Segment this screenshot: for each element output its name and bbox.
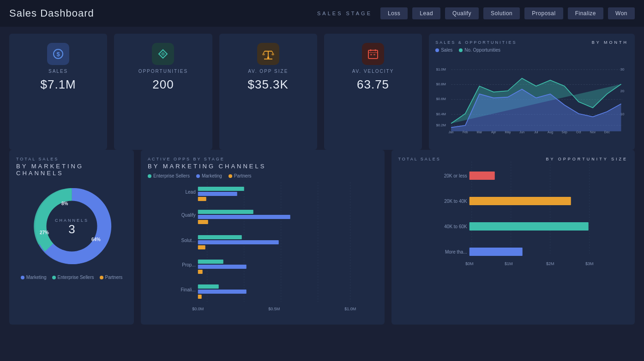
- legend-partners: Partners: [100, 275, 123, 280]
- bottom-row: TOTAL SALES BY MARKETING CHANNELS: [0, 150, 644, 331]
- svg-rect-65: [198, 235, 242, 239]
- kpi-sales: $ SALES $7.1M: [9, 34, 107, 150]
- legend-sales: Sales: [435, 47, 452, 53]
- header: Sales Dashboard SALES STAGE Loss Lead Qu…: [0, 0, 644, 27]
- svg-point-11: [271, 53, 274, 55]
- opp-size-card: TOTAL SALES BY OPPORTUNITY SIZE 20K or l…: [391, 150, 635, 325]
- right-column: TOTAL SALES BY OPPORTUNITY SIZE 20K or l…: [391, 150, 635, 325]
- svg-rect-16: [370, 54, 372, 55]
- active-opps-svg: Lead Qualify Solut... Prop... Finali...: [148, 182, 378, 316]
- kpi-vel-value: 63.75: [357, 77, 389, 92]
- svg-point-10: [262, 53, 265, 55]
- svg-rect-69: [198, 260, 223, 264]
- svg-marker-3: [161, 52, 165, 56]
- svg-text:$0.2M: $0.2M: [436, 123, 446, 127]
- svg-rect-63: [198, 220, 208, 224]
- active-opps-subtitle: ACTIVE OPPS BY STAGE: [148, 157, 378, 161]
- opp-size-title: BY OPPORTUNITY SIZE: [546, 157, 628, 161]
- calendar-icon: [362, 43, 384, 65]
- svg-text:20K to 40K: 20K to 40K: [444, 199, 467, 204]
- donut-title: BY MARKETING CHANNELS: [16, 163, 127, 177]
- donut-card: TOTAL SALES BY MARKETING CHANNELS: [9, 150, 134, 325]
- donut-subtitle: TOTAL SALES: [16, 157, 127, 161]
- active-opps-title: BY MARKETING CHANNELS: [148, 163, 378, 170]
- svg-text:Dec: Dec: [604, 130, 610, 134]
- svg-rect-90: [469, 248, 522, 256]
- svg-text:Lead: Lead: [186, 189, 196, 195]
- kpi-opp-value: 200: [152, 77, 174, 92]
- svg-text:20: 20: [620, 89, 625, 93]
- svg-rect-61: [198, 210, 253, 214]
- svg-rect-86: [469, 197, 571, 205]
- svg-rect-71: [198, 270, 203, 274]
- svg-text:Feb: Feb: [463, 130, 468, 134]
- stage-btn-solution[interactable]: Solution: [483, 7, 520, 19]
- svg-text:$: $: [57, 51, 60, 58]
- svg-rect-74: [198, 290, 247, 294]
- svg-text:Apr: Apr: [491, 130, 496, 134]
- dollar-icon: $: [47, 43, 69, 65]
- stage-btn-loss[interactable]: Loss: [380, 7, 408, 19]
- kpi-opp-size: AV. OPP SIZE $35.3K: [219, 34, 317, 150]
- svg-text:Jul: Jul: [534, 130, 538, 134]
- stage-btn-lead[interactable]: Lead: [412, 7, 440, 19]
- donut-wrapper: 8% 27% 64% CHANNELS 3: [16, 181, 127, 271]
- svg-text:$1.0M: $1.0M: [344, 307, 356, 311]
- stage-btn-finalize[interactable]: Finalize: [568, 7, 603, 19]
- svg-text:Mar: Mar: [477, 130, 482, 134]
- svg-text:$0M: $0M: [465, 261, 473, 266]
- svg-rect-58: [198, 192, 237, 196]
- svg-text:20K or less: 20K or less: [444, 173, 467, 178]
- svg-rect-75: [198, 295, 202, 299]
- kpi-sales-label: SALES: [48, 69, 68, 74]
- kpi-velocity: AV. VELOCITY 63.75: [324, 34, 422, 150]
- svg-rect-67: [198, 245, 205, 249]
- svg-text:Jun: Jun: [519, 130, 524, 134]
- svg-text:Oct: Oct: [576, 130, 581, 134]
- svg-text:$1M: $1M: [504, 261, 512, 266]
- diamond-icon: [152, 43, 174, 65]
- legend-enterprise-sellers: Enterprise Sellers: [148, 173, 190, 178]
- legend-opp: No. Opportunities: [459, 47, 500, 53]
- svg-text:Nov: Nov: [590, 130, 596, 134]
- donut-legend: Marketing Enterprise Sellers Partners: [16, 275, 127, 280]
- svg-text:Jan: Jan: [449, 130, 454, 134]
- svg-text:$3M: $3M: [585, 261, 593, 266]
- kpi-size-value: $35.3K: [248, 77, 289, 92]
- svg-text:$2M: $2M: [546, 261, 554, 266]
- svg-text:Aug: Aug: [548, 130, 553, 134]
- svg-text:40K to 60K: 40K to 60K: [444, 224, 467, 229]
- top-row: $ SALES $7.1M OPPORTUNITIES 200: [0, 27, 644, 150]
- sales-opp-title: BY MONTH: [592, 40, 628, 45]
- sales-stage-section: SALES STAGE Loss Lead Qualify Solution P…: [317, 7, 635, 19]
- opp-size-subtitle: TOTAL SALES: [398, 157, 441, 161]
- stage-btn-won[interactable]: Won: [608, 7, 635, 19]
- svg-rect-66: [198, 240, 279, 244]
- svg-rect-73: [198, 284, 219, 289]
- svg-text:$0.0M: $0.0M: [192, 307, 204, 311]
- svg-text:More tha...: More tha...: [445, 249, 467, 254]
- stage-btn-qualify[interactable]: Qualify: [445, 7, 479, 19]
- opp-size-svg: 20K or less 20K to 40K 40K to 60K More t…: [398, 161, 628, 272]
- kpi-size-label: AV. OPP SIZE: [248, 69, 288, 74]
- svg-rect-12: [368, 50, 378, 59]
- stage-btn-proposal[interactable]: Proposal: [524, 7, 563, 19]
- kpi-vel-label: AV. VELOCITY: [352, 69, 394, 74]
- svg-text:$0.5M: $0.5M: [268, 307, 280, 311]
- svg-rect-84: [469, 172, 494, 180]
- kpi-opportunities: OPPORTUNITIES 200: [114, 34, 212, 150]
- legend-partners-b: Partners: [229, 173, 252, 178]
- legend-enterprise: Enterprise Sellers: [52, 275, 94, 280]
- svg-text:3: 3: [68, 222, 75, 236]
- sales-opp-svg: $1.0M $0.8M $0.6M $0.4M $0.2M 30 20 10 J…: [435, 56, 628, 142]
- svg-rect-62: [198, 215, 290, 219]
- svg-text:Finali...: Finali...: [181, 287, 196, 292]
- svg-text:27%: 27%: [40, 230, 49, 235]
- svg-text:8%: 8%: [61, 201, 68, 206]
- svg-text:$0.6M: $0.6M: [436, 97, 446, 101]
- legend-marketing-b: Marketing: [196, 173, 222, 178]
- svg-rect-57: [198, 187, 244, 191]
- legend-marketing: Marketing: [21, 275, 47, 280]
- kpi-opp-label: OPPORTUNITIES: [138, 69, 188, 74]
- donut-svg: 8% 27% 64% CHANNELS 3: [27, 181, 117, 271]
